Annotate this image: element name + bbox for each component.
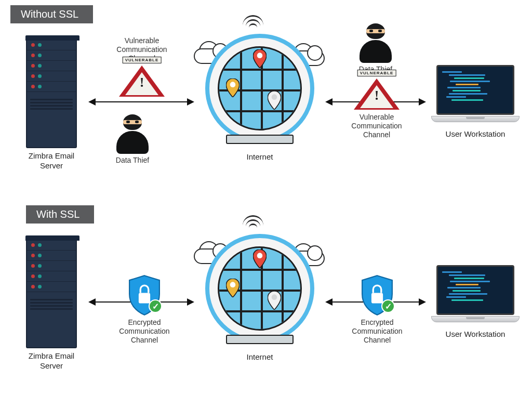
map-pin-icon: [226, 78, 240, 97]
map-pin-icon: [268, 291, 281, 310]
map-pin-icon: [253, 250, 267, 268]
data-thief-icon: [114, 114, 151, 156]
encrypted-label-left: Encrypted Communication Channel: [113, 318, 176, 344]
map-pin-icon: [253, 49, 267, 68]
svg-rect-3: [139, 293, 150, 304]
vulnerable-label-right: Vulnerable Communication Channel: [343, 113, 410, 139]
laptop-code-icon: [431, 65, 520, 126]
workstation-node: User Workstation: [431, 65, 520, 139]
thief-right: Data Thief: [357, 23, 394, 74]
encrypted-label-right: Encrypted Communication Channel: [346, 318, 408, 344]
svg-point-6: [272, 294, 277, 300]
internet-node: Internet: [205, 34, 314, 162]
workstation-label-2: User Workstation: [431, 330, 520, 339]
workstation-node-2: User Workstation: [431, 265, 520, 339]
shield-lock-icon: ✓: [126, 274, 163, 316]
svg-point-1: [230, 82, 236, 87]
row-with-ssl: Zimbra Email Server ✓ Encrypted Communic…: [0, 229, 532, 395]
encrypted-channel-left: ✓ Encrypted Communication Channel: [113, 274, 176, 344]
svg-point-2: [272, 94, 277, 100]
globe-internet-icon: [205, 34, 314, 143]
vulnerable-channel-right: !VULNERABLE Vulnerable Communication Cha…: [343, 78, 410, 139]
laptop-code-icon: [431, 265, 520, 326]
data-thief-icon: [357, 23, 394, 65]
server-rack-icon: [26, 239, 77, 348]
workstation-label: User Workstation: [431, 129, 520, 139]
server-rack-icon: [26, 39, 77, 148]
vulnerable-channel-left: Vulnerable Communication Channel !VULNER…: [108, 36, 176, 97]
warning-triangle-icon: !VULNERABLE: [116, 65, 167, 97]
map-pin-icon: [268, 91, 281, 110]
internet-node-2: Internet: [205, 234, 314, 362]
row-without-ssl: Zimbra Email Server Vulnerable Communica…: [0, 29, 532, 195]
thief-left: Data Thief: [114, 114, 151, 165]
server-node: Zimbra Email Server: [26, 39, 77, 171]
check-badge-icon: ✓: [149, 299, 162, 313]
vulnerable-badge: VULNERABLE: [123, 57, 162, 63]
thief-label-left: Data Thief: [114, 156, 151, 165]
warning-triangle-icon: !VULNERABLE: [351, 78, 402, 110]
map-pin-icon: [226, 279, 240, 297]
globe-internet-icon: [205, 234, 314, 343]
svg-point-0: [257, 52, 263, 58]
svg-rect-7: [371, 293, 383, 304]
svg-point-5: [230, 282, 236, 287]
section-title-with: With SSL: [26, 205, 94, 224]
vulnerable-badge: VULNERABLE: [357, 70, 396, 76]
server-label-2: Zimbra Email Server: [26, 351, 77, 371]
arrow-server-internet: [89, 101, 193, 102]
internet-label: Internet: [205, 152, 314, 162]
svg-point-4: [257, 253, 263, 258]
encrypted-channel-right: ✓ Encrypted Communication Channel: [346, 274, 408, 344]
server-label: Zimbra Email Server: [26, 151, 77, 171]
server-node-2: Zimbra Email Server: [26, 239, 77, 371]
section-title-without: Without SSL: [10, 5, 93, 23]
check-badge-icon: ✓: [381, 299, 395, 313]
internet-label-2: Internet: [205, 352, 314, 362]
shield-lock-icon: ✓: [358, 274, 396, 316]
